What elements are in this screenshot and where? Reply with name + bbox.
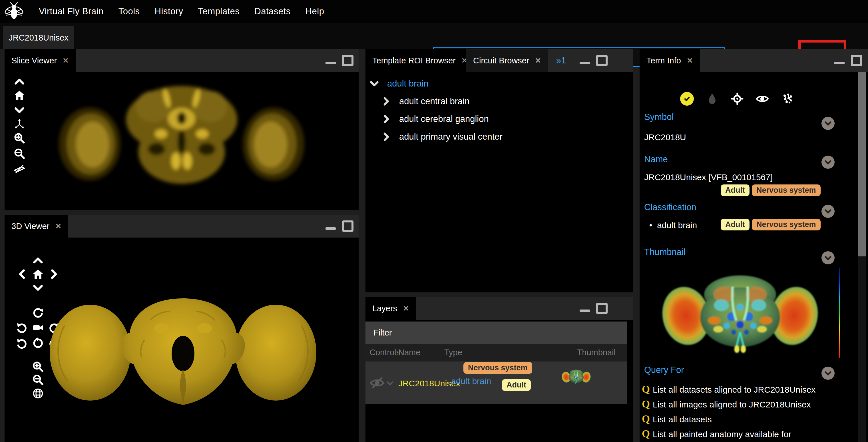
tree-node-adult-primary-visual-center[interactable]: adult primary visual center: [381, 130, 502, 144]
tree-node-adult-brain[interactable]: adult brain: [369, 76, 429, 91]
section-collapse-icon[interactable]: [822, 117, 835, 130]
camera-icon[interactable]: [32, 321, 44, 334]
query-q-icon: Q: [642, 428, 653, 439]
menu-history[interactable]: History: [155, 6, 183, 17]
maximize-icon[interactable]: [596, 55, 608, 66]
section-collapse-icon[interactable]: [822, 251, 835, 264]
rotate-icon[interactable]: [32, 307, 44, 319]
eye-icon[interactable]: [755, 92, 769, 106]
classification-link[interactable]: adult brain: [657, 220, 697, 230]
section-collapse-icon[interactable]: [822, 205, 835, 218]
layer-row-jrc2018unisex[interactable]: JRC2018Unisex adult brain Nervous system…: [366, 361, 627, 404]
term-info-tab[interactable]: Term Info ✕: [640, 49, 700, 72]
main-menu: Virtual Fly Brain Tools History Template…: [39, 6, 324, 17]
rotate-ccw-icon[interactable]: [32, 337, 44, 349]
minimize-icon[interactable]: [326, 62, 336, 64]
undo-icon[interactable]: [16, 321, 28, 334]
term-thumbnail-image: [659, 269, 822, 357]
chevron-right-icon[interactable]: [381, 131, 392, 142]
tab-circuit-browser[interactable]: Circuit Browser ✕: [466, 49, 548, 72]
tab-overflow-badge[interactable]: »1: [556, 55, 566, 66]
maximize-icon[interactable]: [851, 55, 862, 66]
menu-datasets[interactable]: Datasets: [254, 6, 290, 17]
query-link[interactable]: QList all painted anatomy available for …: [642, 427, 825, 442]
term-info-panel: Term Info ✕: [640, 49, 868, 442]
query-q-icon: Q: [642, 413, 653, 424]
3d-viewer-panel: 3D Viewer ✕: [5, 215, 359, 442]
roll-left-icon[interactable]: [16, 337, 28, 349]
3d-viewer-canvas[interactable]: [48, 294, 319, 417]
droplet-icon[interactable]: [705, 92, 719, 106]
slice-plane-icon[interactable]: [13, 163, 26, 175]
minimize-icon[interactable]: [834, 62, 845, 64]
pan-down-icon[interactable]: [32, 282, 44, 294]
pan-right-icon[interactable]: [48, 268, 60, 280]
section-collapse-icon[interactable]: [822, 367, 835, 380]
tag-adult: Adult: [721, 185, 749, 196]
minimize-icon[interactable]: [326, 227, 336, 230]
pan-up-icon[interactable]: [32, 254, 44, 267]
layers-filter-input[interactable]: Filter: [366, 321, 627, 344]
tag-nervous-system: Nervous system: [752, 185, 820, 196]
chevron-right-icon[interactable]: [381, 96, 392, 107]
pan-left-icon[interactable]: [16, 268, 28, 280]
brain-network-icon[interactable]: [781, 92, 794, 106]
maximize-icon[interactable]: [342, 55, 353, 66]
tag-adult: Adult: [721, 219, 749, 230]
slice-down-icon[interactable]: [13, 104, 26, 117]
close-icon[interactable]: ✕: [687, 56, 693, 65]
maximize-icon[interactable]: [596, 303, 608, 314]
layer-thumbnail[interactable]: [561, 368, 591, 385]
crosshair-icon[interactable]: [731, 92, 744, 106]
zoom-out-icon[interactable]: [13, 147, 26, 160]
slice-viewer-canvas[interactable]: [56, 75, 307, 201]
tab-template-roi-browser[interactable]: Template ROI Browser ✕: [366, 49, 474, 72]
slice-viewer-tab[interactable]: Slice Viewer ✕: [5, 49, 76, 72]
minimize-icon[interactable]: [580, 62, 590, 64]
tag-nervous-system: Nervous system: [463, 362, 532, 374]
scrollbar-thumb[interactable]: [858, 72, 866, 256]
zoom-in-icon[interactable]: [13, 132, 26, 145]
fly-logo-icon[interactable]: [4, 1, 24, 22]
menu-virtual-fly-brain[interactable]: Virtual Fly Brain: [39, 6, 104, 17]
section-query-for-label: Query For: [644, 365, 684, 375]
tag-adult: Adult: [502, 379, 531, 391]
zoom-in-icon[interactable]: [32, 360, 44, 373]
close-icon[interactable]: ✕: [55, 222, 61, 231]
close-icon[interactable]: ✕: [403, 304, 409, 313]
menu-tools[interactable]: Tools: [119, 6, 140, 17]
home-icon[interactable]: [32, 268, 44, 280]
chevron-right-icon[interactable]: [381, 114, 392, 125]
chevron-down-icon[interactable]: [385, 379, 395, 388]
3d-viewer-title: 3D Viewer: [11, 222, 50, 231]
query-link[interactable]: QList all datasets: [642, 412, 830, 427]
close-icon[interactable]: ✕: [535, 56, 541, 65]
maximize-icon[interactable]: [342, 220, 353, 232]
name-value: JRC2018Unisex [VFB_00101567]: [644, 172, 773, 182]
menu-help[interactable]: Help: [306, 6, 324, 17]
term-info-content: Symbol JRC2018U Name JRC2018Unisex [VFB_…: [640, 72, 868, 442]
close-icon[interactable]: ✕: [63, 56, 69, 65]
layers-table-header: Controls Name Type Thumbnail: [366, 344, 627, 361]
term-actions: [680, 92, 794, 106]
tree-node-adult-central-brain[interactable]: adult central brain: [381, 94, 469, 108]
query-link[interactable]: QList all images aligned to JRC2018Unise…: [642, 397, 830, 412]
axes-icon[interactable]: [13, 118, 26, 130]
3d-viewer-tab[interactable]: 3D Viewer ✕: [5, 215, 68, 238]
query-link[interactable]: QList all datasets aligned to JRC2018Uni…: [642, 382, 830, 397]
home-icon[interactable]: [13, 89, 26, 102]
layers-tab[interactable]: Layers ✕: [366, 297, 416, 320]
layer-type[interactable]: adult brain: [451, 376, 491, 386]
classification-item[interactable]: • adult brain: [649, 220, 697, 230]
minimize-icon[interactable]: [580, 310, 590, 312]
check-circle-icon[interactable]: [680, 92, 694, 106]
globe-icon[interactable]: [32, 387, 44, 400]
menu-templates[interactable]: Templates: [198, 6, 240, 17]
tree-node-adult-cerebral-ganglion[interactable]: adult cerebral ganglion: [381, 112, 489, 126]
zoom-out-icon[interactable]: [32, 374, 44, 386]
chevron-down-icon[interactable]: [369, 78, 380, 89]
slice-up-icon[interactable]: [13, 75, 26, 88]
visibility-off-icon[interactable]: [369, 375, 385, 390]
window-tab-jrc2018unisex[interactable]: JRC2018Unisex: [3, 26, 74, 49]
section-collapse-icon[interactable]: [822, 156, 835, 169]
